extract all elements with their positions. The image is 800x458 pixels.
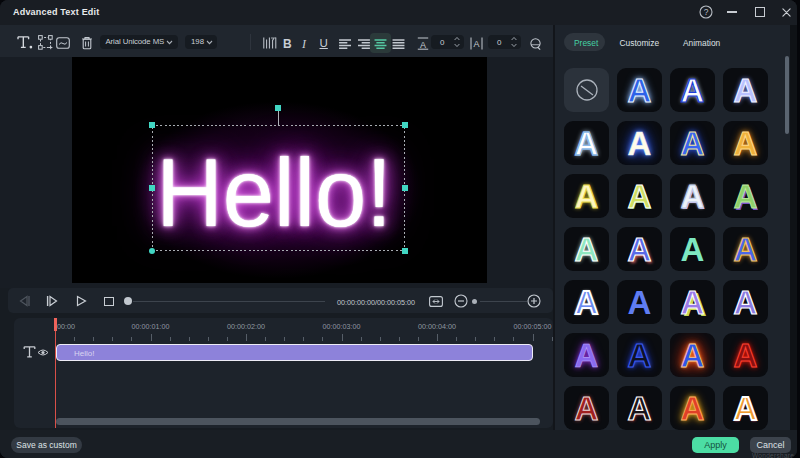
svg-text:?: ? (704, 7, 709, 17)
svg-text:A: A (419, 39, 425, 49)
svg-text:A: A (473, 39, 479, 49)
